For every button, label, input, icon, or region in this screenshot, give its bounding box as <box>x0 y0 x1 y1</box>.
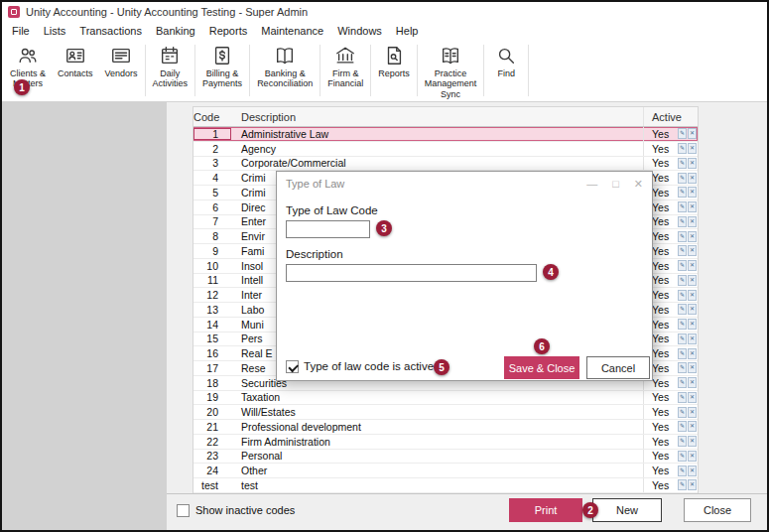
edit-row-icon[interactable]: ✎ <box>678 319 687 330</box>
delete-row-icon[interactable]: ✕ <box>688 407 697 418</box>
delete-row-icon[interactable]: ✕ <box>688 333 697 344</box>
delete-row-icon[interactable]: ✕ <box>688 201 697 212</box>
dialog-maximize-button[interactable]: □ <box>612 179 619 190</box>
delete-row-icon[interactable]: ✕ <box>688 362 697 373</box>
cancel-button[interactable]: Cancel <box>586 356 650 379</box>
save-close-button[interactable]: Save & Close <box>504 356 579 379</box>
edit-row-icon[interactable]: ✎ <box>678 260 687 271</box>
type-of-law-code-input[interactable] <box>286 220 370 238</box>
menu-item-maintenance[interactable]: Maintenance <box>254 23 330 39</box>
edit-row-icon[interactable]: ✎ <box>678 362 687 373</box>
description-input[interactable] <box>286 264 537 282</box>
delete-row-icon[interactable]: ✕ <box>688 304 697 315</box>
table-row[interactable]: 20 Will/Estates Yes ✎ ✕ <box>193 405 698 420</box>
edit-row-icon[interactable]: ✎ <box>678 348 687 359</box>
column-header-code[interactable]: Code <box>193 111 231 123</box>
delete-row-icon[interactable]: ✕ <box>688 275 697 286</box>
dialog-close-button[interactable]: ✕ <box>634 179 643 190</box>
table-row[interactable]: 19 Taxation Yes ✎ ✕ <box>193 391 698 406</box>
toolbar-billing-payments-button[interactable]: Billing & Payments <box>196 40 248 101</box>
table-row[interactable]: 1 Administrative Law Yes ✎ ✕ <box>193 127 698 142</box>
delete-row-icon[interactable]: ✕ <box>688 231 697 242</box>
save-button-wrap: 6 Save & Close <box>504 356 579 379</box>
delete-row-icon[interactable]: ✕ <box>688 436 697 447</box>
delete-row-icon[interactable]: ✕ <box>688 260 697 271</box>
edit-row-icon[interactable]: ✎ <box>678 173 687 184</box>
delete-row-icon[interactable]: ✕ <box>688 392 697 403</box>
table-row[interactable]: 22 Firm Administration Yes ✎ ✕ <box>193 435 698 450</box>
edit-row-icon[interactable]: ✎ <box>678 479 687 490</box>
edit-row-icon[interactable]: ✎ <box>678 201 687 212</box>
table-row[interactable]: 24 Other Yes ✎ ✕ <box>193 464 698 478</box>
edit-row-icon[interactable]: ✎ <box>678 466 687 476</box>
menu-item-file[interactable]: File <box>5 23 37 39</box>
delete-row-icon[interactable]: ✕ <box>688 348 697 359</box>
toolbar-reports-button[interactable]: Reports <box>372 40 416 101</box>
dialog-minimize-button[interactable]: — <box>586 179 597 190</box>
delete-row-icon[interactable]: ✕ <box>688 421 697 432</box>
edit-row-icon[interactable]: ✎ <box>678 128 687 139</box>
delete-row-icon[interactable]: ✕ <box>688 173 697 184</box>
menu-item-banking[interactable]: Banking <box>149 23 202 39</box>
edit-row-icon[interactable]: ✎ <box>678 407 687 418</box>
edit-row-icon[interactable]: ✎ <box>678 275 687 286</box>
edit-row-icon[interactable]: ✎ <box>678 392 687 403</box>
toolbar-vendors-button[interactable]: Vendors <box>99 40 144 101</box>
menu-item-windows[interactable]: Windows <box>330 23 389 39</box>
column-header-active[interactable]: Active <box>643 107 677 126</box>
edit-row-icon[interactable]: ✎ <box>678 421 687 432</box>
cell-code: 14 <box>193 319 231 331</box>
edit-row-icon[interactable]: ✎ <box>678 158 687 169</box>
close-button[interactable]: Close <box>684 498 751 522</box>
toolbar-practice-management-sync-button[interactable]: Practice Management Sync <box>419 40 483 101</box>
toolbar-find-button[interactable]: Find <box>485 40 527 101</box>
table-row[interactable]: 23 Personal Yes ✎ ✕ <box>193 450 698 465</box>
edit-row-icon[interactable]: ✎ <box>678 377 687 388</box>
app-icon <box>8 6 20 18</box>
edit-row-icon[interactable]: ✎ <box>678 245 687 256</box>
app-window: Unity Accounting - Unity Accounting Test… <box>0 0 769 532</box>
delete-row-icon[interactable]: ✕ <box>688 143 697 154</box>
new-button[interactable]: New <box>592 498 662 522</box>
delete-row-icon[interactable]: ✕ <box>688 451 697 462</box>
delete-row-icon[interactable]: ✕ <box>688 319 697 330</box>
toolbar-separator <box>483 45 484 96</box>
edit-row-icon[interactable]: ✎ <box>678 451 687 462</box>
delete-row-icon[interactable]: ✕ <box>688 245 697 256</box>
edit-row-icon[interactable]: ✎ <box>678 290 687 301</box>
edit-row-icon[interactable]: ✎ <box>678 216 687 227</box>
row-actions: ✎ ✕ <box>677 319 698 330</box>
toolbar-firm-financial-button[interactable]: Firm & Financial <box>321 40 369 101</box>
print-button[interactable]: Print <box>509 498 582 522</box>
menu-item-reports[interactable]: Reports <box>202 23 255 39</box>
toolbar-daily-activities-button[interactable]: Daily Activities <box>147 40 194 101</box>
table-row[interactable]: 21 Professional development Yes ✎ ✕ <box>193 420 698 435</box>
description-label: Description <box>286 248 343 260</box>
menu-item-help[interactable]: Help <box>389 23 426 39</box>
delete-row-icon[interactable]: ✕ <box>688 187 697 198</box>
delete-row-icon[interactable]: ✕ <box>688 377 697 388</box>
table-row[interactable]: test test Yes ✎ ✕ <box>193 478 698 493</box>
edit-row-icon[interactable]: ✎ <box>678 304 687 315</box>
table-row[interactable]: 3 Corporate/Commercial Yes ✎ ✕ <box>193 157 698 172</box>
menu-item-transactions[interactable]: Transactions <box>72 23 149 39</box>
delete-row-icon[interactable]: ✕ <box>688 128 697 139</box>
show-inactive-checkbox[interactable] <box>177 504 190 517</box>
clients-matters-icon <box>17 43 39 68</box>
column-header-description[interactable]: Description <box>231 111 643 123</box>
delete-row-icon[interactable]: ✕ <box>688 158 697 169</box>
edit-row-icon[interactable]: ✎ <box>678 436 687 447</box>
edit-row-icon[interactable]: ✎ <box>678 333 687 344</box>
delete-row-icon[interactable]: ✕ <box>688 290 697 301</box>
delete-row-icon[interactable]: ✕ <box>688 466 697 476</box>
delete-row-icon[interactable]: ✕ <box>688 216 697 227</box>
delete-row-icon[interactable]: ✕ <box>688 479 697 490</box>
toolbar-banking-reconciliation-button[interactable]: Banking & Reconciliation <box>251 40 319 101</box>
edit-row-icon[interactable]: ✎ <box>678 231 687 242</box>
edit-row-icon[interactable]: ✎ <box>678 143 687 154</box>
table-row[interactable]: 2 Agency Yes ✎ ✕ <box>193 142 698 157</box>
active-checkbox[interactable] <box>286 360 299 373</box>
toolbar-contacts-button[interactable]: Contacts <box>52 40 99 101</box>
edit-row-icon[interactable]: ✎ <box>678 187 687 198</box>
menu-item-lists[interactable]: Lists <box>37 23 73 39</box>
